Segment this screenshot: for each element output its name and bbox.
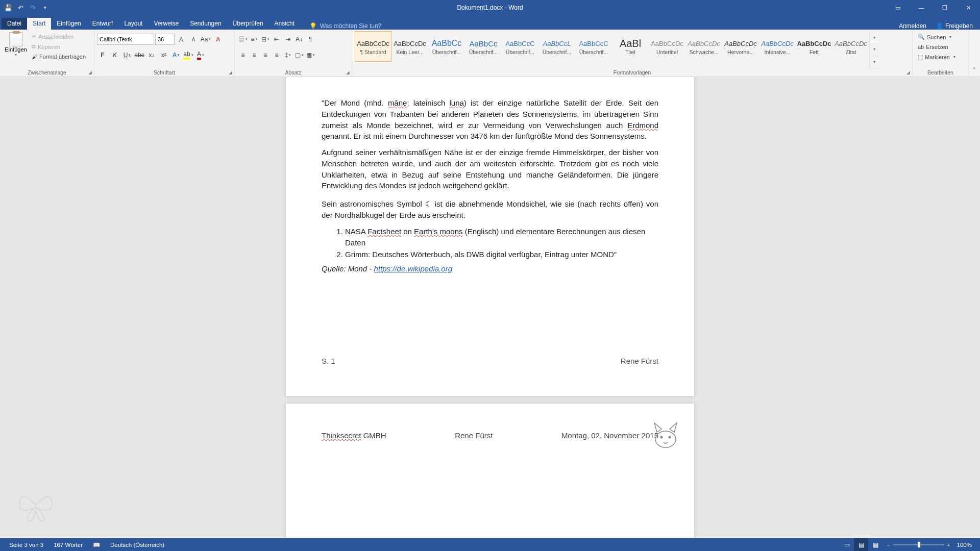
close-icon[interactable]: ✕ [957, 0, 980, 15]
copy-button[interactable]: ⧉Kopieren [29, 42, 88, 52]
styles-gallery-more[interactable]: ▴ ▾ ▾ [869, 31, 878, 68]
style-item[interactable]: AaBbCcDcFett [796, 31, 832, 62]
status-words[interactable]: 167 Wörter [48, 542, 88, 548]
subscript-icon[interactable]: x₂ [146, 49, 157, 61]
save-icon[interactable]: 💾 [4, 4, 12, 12]
collapse-ribbon-icon[interactable]: ˄ [969, 30, 980, 77]
spelling-error[interactable]: māne [388, 98, 407, 107]
bullets-icon[interactable]: ☰ [237, 34, 249, 45]
tab-review[interactable]: Überprüfen [227, 18, 269, 30]
font-color-icon[interactable]: A [195, 49, 206, 61]
spelling-error[interactable]: Earth's moons [414, 227, 462, 236]
view-read-icon[interactable]: ▭ [840, 538, 854, 551]
qat-more-icon[interactable]: ▾ [41, 4, 49, 12]
justify-icon[interactable]: ≡ [271, 49, 282, 61]
tab-file[interactable]: Datei [2, 18, 27, 30]
style-item[interactable]: AaBbCcÜberschrif... [428, 31, 465, 62]
cat-logo-icon [649, 417, 682, 449]
strike-icon[interactable]: abc [134, 49, 145, 61]
spelling-error[interactable]: Thinksecret [322, 431, 361, 440]
redo-icon[interactable]: ↷ [29, 4, 37, 12]
style-item[interactable]: AaBbCcDc¶ Standard [355, 31, 391, 62]
replace-button[interactable]: abErsetzen [915, 42, 958, 52]
view-print-icon[interactable]: ▤ [854, 538, 868, 551]
style-item[interactable]: AaBbCcÜberschrif... [465, 31, 502, 62]
paste-button[interactable]: Einfügen ▾ [3, 31, 29, 68]
gallery-expand-icon[interactable]: ▾ [870, 56, 878, 68]
document-area[interactable]: "Der Mond (mhd. māne; lateinisch luna) i… [0, 77, 980, 538]
show-marks-icon[interactable]: ¶ [305, 34, 316, 45]
source-link[interactable]: https://de.wikipedia.org [374, 264, 452, 273]
format-painter-button[interactable]: 🖌Format übertragen [29, 52, 88, 61]
align-left-icon[interactable]: ≡ [237, 49, 249, 61]
style-item[interactable]: AaBbCcCÜberschrif... [575, 31, 612, 62]
sort-icon[interactable]: A↓ [293, 34, 305, 45]
sign-in-link[interactable]: Anmelden [899, 22, 926, 30]
tab-mailings[interactable]: Sendungen [184, 18, 227, 30]
shrink-font-icon[interactable]: A [188, 34, 199, 45]
style-item[interactable]: AaBbCcDcSchwache... [685, 31, 722, 62]
multilevel-icon[interactable]: ⊟ [260, 34, 271, 45]
paragraph-launcher-icon[interactable]: ◢ [346, 70, 350, 75]
spelling-error[interactable]: Factsheet [368, 227, 401, 236]
zoom-level[interactable]: 100% [957, 542, 972, 548]
view-web-icon[interactable]: ▦ [868, 538, 883, 551]
find-button[interactable]: 🔍Suchen▾ [915, 32, 958, 42]
font-name-input[interactable] [97, 34, 154, 45]
style-item[interactable]: AaBbCcDcUntertitel [649, 31, 685, 62]
increase-indent-icon[interactable]: ⇥ [282, 34, 293, 45]
clipboard-launcher-icon[interactable]: ◢ [88, 70, 92, 75]
borders-icon[interactable]: ▦ [305, 49, 316, 61]
cut-button[interactable]: ✂Ausschneiden [29, 32, 88, 41]
style-item[interactable]: AaBbCcDcHervorhe... [722, 31, 759, 62]
zoom-out-icon[interactable]: − [887, 542, 890, 548]
undo-icon[interactable]: ↶ [16, 4, 24, 12]
shading-icon[interactable]: ▢ [293, 49, 305, 61]
select-button[interactable]: ⬚Markieren▾ [915, 52, 958, 62]
spelling-error[interactable]: Erdmond [627, 121, 658, 130]
style-item[interactable]: AaBbCcLÜberschrif... [538, 31, 575, 62]
status-page[interactable]: Seite 3 von 3 [4, 542, 48, 548]
styles-launcher-icon[interactable]: ◢ [906, 70, 910, 75]
styles-gallery[interactable]: AaBbCcDc¶ StandardAaBbCcDcKein Leer...Aa… [355, 31, 869, 62]
style-item[interactable]: AaBbCcDcKein Leer... [391, 31, 428, 62]
align-center-icon[interactable]: ≡ [249, 49, 260, 61]
tab-view[interactable]: Ansicht [269, 18, 300, 30]
change-case-icon[interactable]: Aa [200, 34, 211, 45]
tell-me[interactable]: 💡 Was möchten Sie tun? [300, 22, 381, 30]
minimize-icon[interactable]: — [910, 0, 933, 15]
gallery-up-icon[interactable]: ▴ [870, 31, 878, 43]
maximize-icon[interactable]: ❐ [933, 0, 957, 15]
bold-icon[interactable]: F [97, 49, 108, 61]
clear-formatting-icon[interactable]: A̷ [212, 34, 224, 45]
style-item[interactable]: AaBbCcDcIntensive... [759, 31, 796, 62]
tab-layout[interactable]: Layout [118, 18, 148, 30]
zoom-in-icon[interactable]: + [947, 542, 951, 548]
font-size-input[interactable] [155, 34, 175, 45]
tab-references[interactable]: Verweise [148, 18, 184, 30]
share-button[interactable]: 👤Freigeben [936, 22, 973, 30]
style-item[interactable]: AaBbCcDcZitat [832, 31, 869, 62]
numbering-icon[interactable]: ≡ [249, 34, 260, 45]
font-launcher-icon[interactable]: ◢ [229, 70, 232, 75]
status-proofing-icon[interactable]: 📖 [88, 541, 105, 548]
grow-font-icon[interactable]: A [176, 34, 187, 45]
tab-insert[interactable]: Einfügen [51, 18, 86, 30]
tab-start[interactable]: Start [27, 18, 51, 30]
decrease-indent-icon[interactable]: ⇤ [271, 34, 282, 45]
text-effects-icon[interactable]: A [170, 49, 182, 61]
spelling-error[interactable]: luna [449, 98, 463, 107]
style-item[interactable]: AaBbCcCÜberschrif... [502, 31, 538, 62]
tab-design[interactable]: Entwurf [87, 18, 119, 30]
zoom-slider[interactable] [893, 544, 944, 545]
underline-icon[interactable]: U [121, 49, 133, 61]
style-item[interactable]: AaBlTitel [612, 31, 649, 62]
status-language[interactable]: Deutsch (Österreich) [105, 542, 169, 548]
gallery-down-icon[interactable]: ▾ [870, 43, 878, 56]
ribbon-options-icon[interactable]: ▭ [886, 0, 910, 15]
line-spacing-icon[interactable]: ‡ [282, 49, 293, 61]
highlight-icon[interactable]: ab [183, 49, 194, 61]
align-right-icon[interactable]: ≡ [260, 49, 271, 61]
superscript-icon[interactable]: x² [158, 49, 169, 61]
italic-icon[interactable]: K [109, 49, 120, 61]
